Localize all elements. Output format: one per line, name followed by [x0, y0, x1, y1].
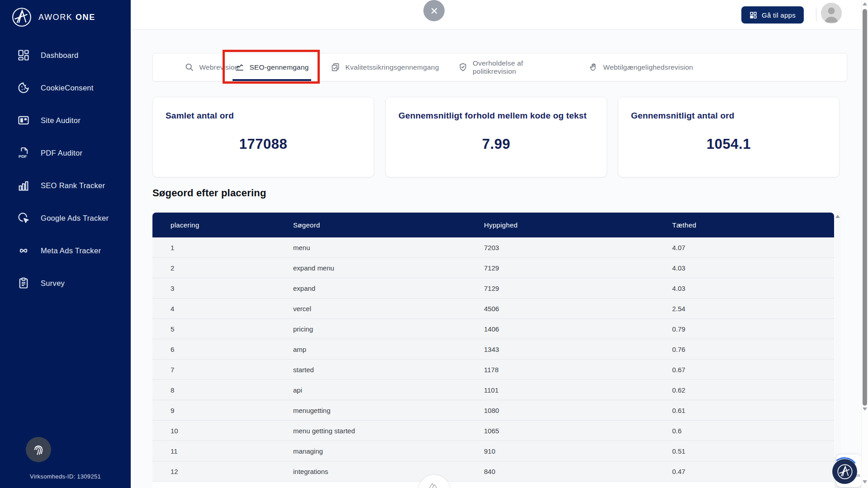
svg-text:PDF: PDF	[19, 154, 27, 159]
line-chart-icon	[235, 62, 244, 72]
table-row[interactable]: 9 menugetting 1080 0.61	[152, 400, 834, 421]
cell-sogeord: vercel	[293, 305, 484, 313]
stat-card-title: Gennemsnitligt antal ord	[618, 97, 839, 121]
tab-label: SEO-gennemgang	[249, 63, 308, 71]
tab-label: Overholdelse af politikrevision	[473, 59, 568, 76]
brand-name: AWORK ONE	[38, 13, 95, 22]
cell-hyppighed: 7129	[484, 284, 672, 292]
table-row[interactable]: 6 amp 1343 0.76	[152, 339, 834, 360]
cell-placering: 8	[171, 386, 293, 394]
tab-label: Kvalitetssikringsgennemgang	[345, 63, 439, 71]
table-row[interactable]: 3 expand 7129 4.03	[152, 278, 834, 298]
column-header-sogeord: Søgeord	[293, 221, 484, 229]
company-id-label: Virksomheds-ID: 1309251	[0, 473, 131, 480]
stat-card-value: 7.99	[386, 136, 607, 152]
clipboard-icon	[17, 277, 30, 289]
tab-overholdelse-af-politikrevision[interactable]: Overholdelse af politikrevision	[458, 53, 568, 81]
topbar: Gå til apps	[131, 0, 862, 30]
sidebar-item-meta-ads-tracker[interactable]: Meta Ads Tracker	[0, 234, 131, 267]
cell-sogeord: managing	[293, 447, 484, 455]
clipboard-check-icon	[331, 62, 340, 72]
sidebar-item-google-ads-tracker[interactable]: Google Ads Tracker	[0, 202, 131, 234]
tab-webtilgaengelighedsrevision[interactable]: Webtilgængelighedsrevision	[587, 53, 695, 81]
fingerprint-button[interactable]	[26, 437, 51, 462]
column-header-placering: placering	[171, 221, 293, 229]
pdf-document-icon: PDF	[17, 147, 30, 159]
table-scroll-up-arrow-icon[interactable]	[835, 215, 840, 218]
bar-chart-icon	[17, 179, 30, 192]
awork-circle-logo-icon	[11, 6, 33, 28]
sidebar-item-dashboard[interactable]: Dashboard	[0, 39, 131, 71]
hand-icon	[589, 62, 598, 72]
active-tab-underline	[232, 79, 311, 81]
sidebar-item-cookieconsent[interactable]: CookieConsent	[0, 71, 131, 104]
sidebar-item-site-auditor[interactable]: Site Auditor	[0, 104, 131, 137]
go-to-apps-button[interactable]: Gå til apps	[741, 6, 804, 24]
sidebar-item-label: SEO Rank Tracker	[41, 181, 105, 190]
sidebar-item-survey[interactable]: Survey	[0, 267, 131, 299]
column-header-hyppighed: Hyppighed	[484, 221, 672, 229]
close-button[interactable]	[423, 0, 445, 21]
table-row[interactable]: 8 api 1101 0.62	[152, 380, 834, 400]
cookie-icon	[17, 81, 30, 94]
sidebar-item-label: Meta Ads Tracker	[41, 246, 101, 255]
chat-widget-logo-button[interactable]	[832, 459, 857, 484]
sidebar-item-seo-rank-tracker[interactable]: SEO Rank Tracker	[0, 169, 131, 202]
tab-kvalitetssikringsgennemgang[interactable]: Kvalitetssikringsgennemgang	[331, 53, 439, 81]
cell-placering: 9	[171, 407, 293, 414]
cell-taethed: 0.62	[672, 386, 834, 394]
sidebar: AWORK ONE Dashboard CookieConsent	[0, 0, 131, 488]
go-to-apps-label: Gå til apps	[762, 11, 796, 19]
cell-sogeord: integrations	[293, 468, 484, 475]
sidebar-nav: Dashboard CookieConsent Site Auditor	[0, 39, 131, 299]
cell-placering: 10	[171, 427, 293, 435]
close-x-icon	[430, 7, 438, 15]
table-row[interactable]: 4 vercel 4506 2.54	[152, 298, 834, 319]
scroll-down-arrow-bottom-icon[interactable]	[863, 480, 867, 483]
cell-placering: 3	[171, 284, 293, 292]
table-row[interactable]: 2 expand menu 7129 4.03	[152, 258, 834, 278]
page-scrollbar[interactable]	[861, 0, 868, 488]
sidebar-item-pdf-auditor[interactable]: PDF PDF Auditor	[0, 137, 131, 169]
cell-sogeord: amp	[293, 346, 484, 353]
cell-placering: 12	[171, 468, 293, 475]
fingerprint-icon	[32, 443, 45, 456]
scrollbar-thumb[interactable]	[863, 9, 867, 406]
cell-hyppighed: 7203	[484, 244, 672, 251]
cell-sogeord: expand	[293, 284, 484, 292]
cell-sogeord: api	[293, 386, 484, 394]
scroll-up-arrow-icon[interactable]	[863, 2, 867, 5]
cell-placering: 2	[171, 264, 293, 272]
table-row[interactable]: 7 started 1178 0.67	[152, 360, 834, 380]
sidebar-item-label: Google Ads Tracker	[41, 214, 109, 223]
cell-placering: 4	[171, 305, 293, 313]
stat-card-title: Gennemsnitligt forhold mellem kode og te…	[386, 97, 607, 121]
table-row[interactable]: 1 menu 7203 4.07	[152, 237, 834, 258]
cell-taethed: 4.07	[672, 244, 834, 251]
table-row[interactable]: 12 integrations 840 0.47	[152, 461, 834, 482]
table-row[interactable]: 5 pricing 1406 0.79	[152, 319, 834, 339]
infinity-icon	[17, 244, 30, 257]
cell-placering: 11	[171, 447, 293, 455]
cell-taethed: 0.76	[672, 346, 834, 353]
cell-placering: 6	[171, 346, 293, 353]
table-row[interactable]: 10 menu getting started 1065 0.6	[152, 421, 834, 441]
search-icon	[185, 62, 194, 72]
table-scrollbar[interactable]	[835, 213, 841, 488]
dashboard-grid-icon	[17, 49, 30, 62]
cell-hyppighed: 1178	[484, 366, 672, 374]
tab-seo-gennemgang[interactable]: SEO-gennemgang	[229, 53, 315, 81]
cell-sogeord: pricing	[293, 325, 484, 333]
cell-placering: 1	[171, 244, 293, 251]
cell-sogeord: expand menu	[293, 264, 484, 272]
cell-taethed: 0.61	[672, 407, 834, 414]
table-row[interactable]: 11 managing 910 0.51	[152, 441, 834, 461]
table-row-partial	[152, 482, 834, 488]
user-avatar[interactable]	[821, 3, 842, 24]
scroll-down-arrow-icon[interactable]	[863, 407, 867, 411]
stat-card-value: 177088	[153, 136, 374, 152]
sidebar-item-label: Survey	[41, 279, 65, 288]
user-avatar-icon	[821, 3, 842, 24]
shield-check-icon	[458, 62, 468, 72]
brand-logo: AWORK ONE	[0, 0, 131, 28]
